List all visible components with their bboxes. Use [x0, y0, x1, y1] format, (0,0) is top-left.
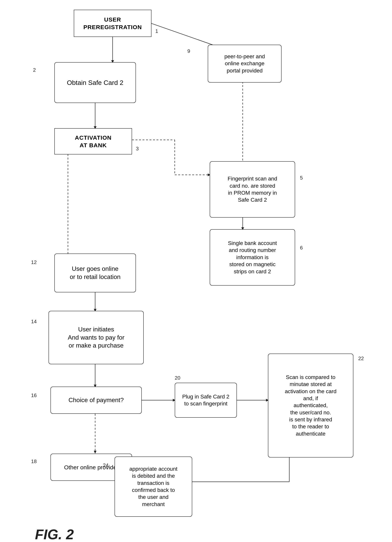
diagram-container: USER PREREGISTRATION 1 Obtain Safe Card … [0, 0, 392, 542]
single-bank-box: Single bank account and routing number i… [210, 229, 295, 286]
svg-marker-24 [94, 451, 97, 454]
ref-12: 12 [31, 259, 37, 265]
ref-20: 20 [175, 375, 180, 381]
user-initiates-box: User initiates And wants to pay for or m… [48, 311, 144, 364]
activation-bank-box: ACTIVATION AT BANK [54, 128, 132, 154]
user-prereg-box: USER PREREGISTRATION [74, 10, 151, 37]
peer-to-peer-box: peer-to-peer and online exchange portal … [208, 45, 282, 82]
user-goes-online-box: User goes online or to retail location [54, 254, 136, 292]
ref-5: 5 [300, 175, 303, 181]
ref-14: 14 [31, 319, 37, 325]
ref-9: 9 [187, 48, 190, 54]
ref-16: 16 [31, 392, 37, 398]
ref-24: 24 [103, 462, 108, 468]
ref-2: 2 [33, 67, 36, 73]
ref-3: 3 [136, 146, 139, 152]
svg-line-2 [146, 21, 223, 49]
ref-18: 18 [31, 458, 37, 465]
fingerprint-scan-box: Fingerprint scan and card no. are stored… [210, 161, 295, 217]
appropriate-account-box: appropriate account is debited and the t… [115, 456, 192, 517]
fig-label: FIG. 2 [35, 526, 74, 542]
plug-in-safe-card-box: Plug in Safe Card 2 to scan fingerprint [175, 383, 237, 418]
obtain-safe-card-box: Obtain Safe Card 2 [54, 62, 136, 103]
scan-compared-box: Scan is compared to minutae stored at ac… [268, 353, 353, 457]
ref-22: 22 [358, 356, 364, 362]
choice-payment-box: Choice of payment? [50, 387, 142, 414]
ref-1: 1 [155, 28, 158, 34]
ref-6: 6 [300, 245, 303, 251]
